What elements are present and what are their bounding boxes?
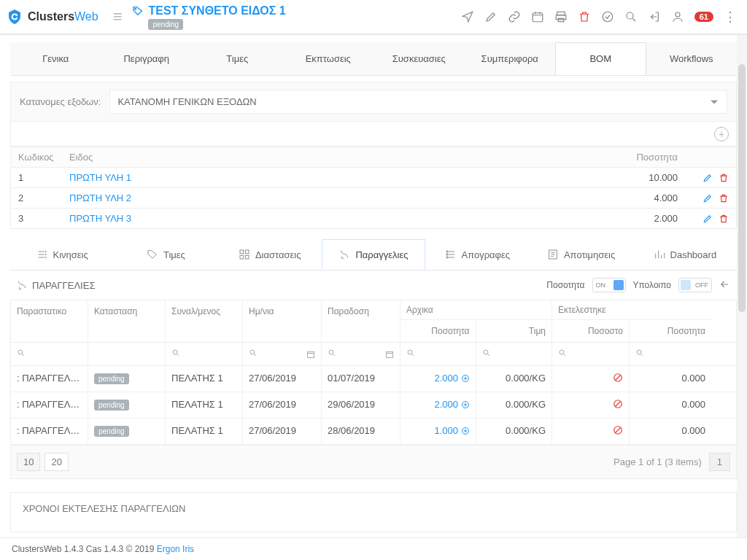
bom-col-item: Ειδος <box>69 152 597 163</box>
subtab-inventories[interactable]: Απογραφες <box>425 239 529 270</box>
qty-link[interactable]: 2.000 <box>406 373 470 384</box>
expense-select[interactable]: ΚΑΤΑΝΟΜΗ ΓΕΝΙΚΩΝ ΕΞΟΔΩΝ <box>109 90 727 114</box>
pagesize-20[interactable]: 20 <box>44 453 68 471</box>
menu-toggle-icon[interactable]: ≡ <box>106 7 130 26</box>
page-number[interactable]: 1 <box>709 453 730 471</box>
tab-packaging[interactable]: Συσκευασιες <box>374 42 465 75</box>
toggle-qty[interactable]: ON <box>592 278 626 292</box>
bom-item-link[interactable]: ΠΡΩΤΗ ΥΛΗ 2 <box>69 192 597 203</box>
subtab-prices[interactable]: Τιμες <box>114 239 217 270</box>
pagesize-10[interactable]: 10 <box>17 453 40 471</box>
tab-description[interactable]: Περιγραφη <box>101 42 193 75</box>
expense-row: Κατανομες εξοδων: ΚΑΤΑΝΟΜΗ ΓΕΝΙΚΩΝ ΕΞΟΔΩ… <box>10 82 737 122</box>
footer-link[interactable]: Ergon Iris <box>157 544 194 554</box>
edit-icon[interactable] <box>703 173 713 183</box>
tab-behavior[interactable]: Συμπεριφορα <box>465 42 556 75</box>
search-status[interactable] <box>88 343 166 365</box>
search-price[interactable] <box>476 343 552 365</box>
toggle2-label: Υπολοιπο <box>633 280 672 290</box>
tab-bom[interactable]: BOM <box>555 42 646 75</box>
tab-discounts[interactable]: Εκπτωσεις <box>283 42 374 75</box>
top-actions: 61 ⋮ <box>461 9 741 25</box>
orders-row: : ΠΑΡΑΓΓΕΛΙΑ ΕΞΑpendingΠΕΛΑΤΗΣ 127/06/20… <box>11 392 736 419</box>
subtab-valuations[interactable]: Αποτιμησεις <box>529 239 632 270</box>
bom-item-link[interactable]: ΠΡΩΤΗ ΥΛΗ 3 <box>69 213 597 224</box>
svg-rect-21 <box>387 351 393 357</box>
search-pct[interactable] <box>552 343 630 365</box>
bom-row: 3ΠΡΩΤΗ ΥΛΗ 32.000 <box>11 208 736 228</box>
svg-rect-4 <box>558 18 564 22</box>
search-doc[interactable] <box>11 343 88 365</box>
vertical-scrollbar[interactable] <box>737 35 747 541</box>
orders-row: : ΠΑΡΑΓΓΕΛΙΑ ΕΞΑpendingΠΕΛΑΤΗΣ 127/06/20… <box>11 419 736 445</box>
topbar: ClustersWeb ≡ TEST ΣΥΝΘΕΤΟ ΕΙΔΟΣ 1 pendi… <box>0 0 747 35</box>
bom-header: Κωδικος Ειδος Ποσοτητα <box>11 147 736 167</box>
forbidden-icon <box>613 427 623 438</box>
subtab-orders[interactable]: Παραγγελιες <box>322 239 425 270</box>
subtab-movements[interactable]: Κινησεις <box>10 239 114 270</box>
svg-point-10 <box>45 257 46 257</box>
order-doc-link[interactable]: : ΠΑΡΑΓΓΕΛΙΑ ΕΞΑ <box>11 392 88 418</box>
qty-link[interactable]: 2.000 <box>406 399 470 410</box>
trash-icon[interactable] <box>719 173 729 183</box>
pager: 10 20 Page 1 of 1 (3 items) 1 <box>10 446 737 479</box>
check-circle-icon[interactable] <box>601 10 614 23</box>
trash-icon[interactable] <box>578 10 591 23</box>
client-link[interactable]: ΠΕΛΑΤΗΣ 1 <box>166 366 243 392</box>
brand-b: Web <box>74 10 98 23</box>
search-qty[interactable] <box>400 343 476 365</box>
edit-icon[interactable] <box>703 214 713 224</box>
page-title-text: TEST ΣΥΝΘΕΤΟ ΕΙΔΟΣ 1 <box>148 4 285 18</box>
qty-link[interactable]: 1.000 <box>406 425 470 436</box>
subtab-dashboard[interactable]: Dashboard <box>633 239 737 270</box>
bom-code: 1 <box>18 172 69 183</box>
calendar-icon[interactable] <box>531 10 544 23</box>
search-eqty[interactable] <box>630 343 711 365</box>
send-icon[interactable] <box>461 10 474 23</box>
add-icon[interactable]: + <box>714 127 729 141</box>
print-icon[interactable] <box>554 10 568 23</box>
status-badge: pending <box>94 400 129 411</box>
forbidden-icon <box>613 374 623 385</box>
notification-count-badge[interactable]: 61 <box>694 12 713 22</box>
app-logo[interactable]: ClustersWeb <box>6 8 98 26</box>
order-doc-link[interactable]: : ΠΑΡΑΓΓΕΛΙΑ ΕΞΑ <box>11 419 88 444</box>
search-delivery[interactable] <box>322 343 400 365</box>
order-doc-link[interactable]: : ΠΑΡΑΓΓΕΛΙΑ ΕΞΑ <box>11 366 88 392</box>
svg-rect-2 <box>557 12 565 15</box>
add-bom-bar: + <box>10 122 737 147</box>
toggle-balance[interactable]: OFF <box>678 278 712 292</box>
edit-icon[interactable] <box>703 193 713 203</box>
svg-point-16 <box>18 350 23 354</box>
bom-qty: 4.000 <box>597 192 678 203</box>
page-title[interactable]: TEST ΣΥΝΘΕΤΟ ΕΙΔΟΣ 1 <box>132 4 285 18</box>
bom-table: Κωδικος Ειδος Ποσοτητα 1ΠΡΩΤΗ ΥΛΗ 110.00… <box>10 147 737 229</box>
svg-point-5 <box>603 12 613 22</box>
bom-item-link[interactable]: ΠΡΩΤΗ ΥΛΗ 1 <box>69 172 597 183</box>
svg-rect-3 <box>556 15 566 20</box>
brand-a: Clusters <box>28 10 74 23</box>
client-link[interactable]: ΠΕΛΑΤΗΣ 1 <box>166 392 243 418</box>
user-icon[interactable] <box>671 10 684 23</box>
client-link[interactable]: ΠΕΛΑΤΗΣ 1 <box>166 419 243 444</box>
tab-general[interactable]: Γενικα <box>10 42 101 75</box>
trash-icon[interactable] <box>719 214 729 224</box>
svg-rect-14 <box>245 255 249 259</box>
footer: ClustersWeb 1.4.3 Cas 1.4.3 © 2019 Ergon… <box>0 537 747 560</box>
edit-icon[interactable] <box>484 10 498 23</box>
bom-col-qty: Ποσοτητα <box>597 152 678 163</box>
search-date[interactable] <box>243 343 322 365</box>
svg-point-17 <box>173 350 177 354</box>
execution-times-panel: ΧΡΟΝΟΙ ΕΚΤΕΛΕΣΗΣ ΠΑΡΑΓΓΕΛΙΩΝ <box>10 492 737 532</box>
subtab-dimensions[interactable]: Διαστασεις <box>218 239 322 270</box>
tab-prices[interactable]: Τιμες <box>192 42 283 75</box>
search-icon[interactable] <box>624 10 638 23</box>
link-icon[interactable] <box>508 10 521 23</box>
share-icon[interactable] <box>719 279 731 292</box>
trash-icon[interactable] <box>719 193 729 203</box>
kebab-menu-icon[interactable]: ⋮ <box>724 9 737 25</box>
svg-point-23 <box>484 350 488 354</box>
search-client[interactable] <box>166 343 243 365</box>
logout-icon[interactable] <box>648 10 661 23</box>
tab-workflows[interactable]: Workflows <box>646 42 738 75</box>
